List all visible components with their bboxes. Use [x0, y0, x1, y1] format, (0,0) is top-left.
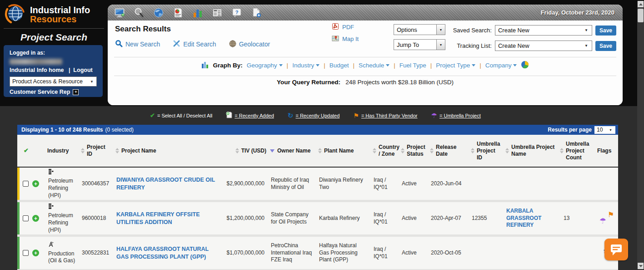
table-row: + Petroleum Refining (HPI) 96000018 KARB…: [17, 202, 618, 234]
options-value: Options: [394, 25, 436, 35]
owner-name-value: State Company for Oil Projects: [268, 211, 316, 225]
column-header-release-date[interactable]: Release Date: [428, 144, 469, 158]
report-icon[interactable]: [173, 7, 184, 18]
project-name-link[interactable]: KARBALA REFINERY OFFSITE UTILITIES ADDIT…: [116, 211, 215, 226]
sort-arrows-icon[interactable]: [318, 148, 322, 153]
pie-chart-icon[interactable]: [521, 61, 529, 70]
brand-name-line1: Industrial Info: [30, 5, 90, 15]
pdf-link[interactable]: PDF: [332, 23, 359, 31]
umbrella-name-link[interactable]: KARBALA GRASSROOT REFINERY: [506, 208, 541, 228]
brand-name-line2: Resources: [30, 15, 90, 24]
sort-arrows-icon[interactable]: [235, 148, 239, 153]
column-header-project-name[interactable]: Project Name: [114, 148, 218, 154]
sort-arrows-icon[interactable]: [81, 148, 85, 153]
product-access-value: Product Access & Resource: [10, 78, 90, 85]
sort-arrows-icon[interactable]: [401, 148, 404, 153]
row-checkbox[interactable]: [23, 250, 29, 256]
sort-arrows-icon[interactable]: [115, 148, 119, 153]
recently-added-icon: +: [32, 250, 39, 256]
options-dropdown[interactable]: Options ▼: [394, 24, 445, 35]
row-checkbox[interactable]: [23, 181, 29, 187]
scroll-up-button[interactable]: [638, 1, 644, 7]
column-header-industry[interactable]: Industry: [45, 148, 79, 154]
umbrella-project-icon: ☂: [599, 216, 606, 226]
tracking-list-label: Tracking List:: [452, 42, 492, 49]
select-all-header[interactable]: ✔: [17, 147, 45, 154]
column-header-tiv[interactable]: TIV (USD): [218, 148, 268, 154]
edit-search-link[interactable]: Edit Search: [173, 40, 216, 49]
vertical-scrollbar[interactable]: [637, 1, 644, 269]
save-tracking-button[interactable]: Save: [595, 41, 616, 51]
graph-link-geography[interactable]: Geography: [247, 62, 283, 69]
project-id-value: 96000018: [79, 215, 114, 222]
industry-value: Petroleum Refining (HPI): [48, 178, 76, 199]
saved-search-dropdown[interactable]: Create New ▼: [495, 25, 592, 36]
jump-to-dropdown[interactable]: Jump To ▼: [394, 39, 445, 50]
pipe-separator: |: [430, 62, 432, 69]
chevron-down-icon: ▼: [584, 28, 592, 32]
map-it-link[interactable]: Map It: [332, 35, 359, 43]
project-name-link[interactable]: DIWANIYA GRASSROOT CRUDE OIL REFINERY: [116, 176, 215, 191]
column-header-flags[interactable]: Flags: [595, 148, 618, 154]
bar-chart-icon[interactable]: [192, 7, 203, 18]
sort-arrows-icon[interactable]: [430, 148, 434, 153]
column-header-owner-name[interactable]: Owner Name: [268, 148, 316, 154]
scrollbar-thumb[interactable]: [638, 9, 644, 22]
chat-widget-button[interactable]: [604, 239, 628, 260]
graph-link-budget[interactable]: Budget: [329, 62, 349, 69]
graph-link-fuel-type[interactable]: Fuel Type: [399, 62, 426, 69]
project-status-value: Active: [399, 250, 428, 257]
project-status-value: Active: [399, 180, 428, 188]
pipe-separator: |: [394, 62, 395, 69]
sort-arrows-icon[interactable]: [505, 148, 509, 153]
graph-link-industry[interactable]: Industry: [292, 62, 320, 69]
column-header-plant-name[interactable]: Plant Name: [316, 148, 371, 154]
check-icon: ✔: [24, 147, 29, 154]
column-header-umbrella-project-count[interactable]: Umbrella Project Count: [558, 141, 595, 161]
search-icon[interactable]: [134, 7, 145, 18]
save-search-button[interactable]: Save: [595, 25, 616, 36]
recently-added-icon: +: [32, 215, 39, 222]
scroll-down-button[interactable]: [638, 263, 644, 269]
column-header-umbrella-project-id[interactable]: Umbrella Project ID: [469, 141, 504, 161]
query-label: Your Query Returned:: [277, 79, 340, 86]
chevron-down-icon: [513, 64, 517, 66]
sort-arrows-icon[interactable]: [471, 148, 474, 153]
table-row: + Production (Oil & Gas) 300522831 HALFA…: [17, 237, 618, 269]
new-search-link[interactable]: New Search: [115, 40, 160, 49]
column-header-project-status[interactable]: Project Status: [399, 144, 428, 158]
row-checkbox[interactable]: [23, 215, 29, 221]
monitor-icon[interactable]: [114, 7, 125, 18]
link-separator: [65, 67, 69, 73]
product-access-dropdown[interactable]: Product Access & Resource ▼: [10, 76, 97, 87]
graph-link-project-type[interactable]: Project Type: [436, 62, 475, 69]
logout-link[interactable]: Logout: [73, 67, 92, 73]
tracking-list-dropdown[interactable]: Create New ▼: [495, 41, 592, 51]
panel-body: Search Results New Search Edit Search Ge…: [108, 20, 623, 105]
expand-role-button[interactable]: +: [73, 89, 79, 95]
legend-third-party-vendor[interactable]: ⚑ = Has Third Party Vendor: [353, 112, 417, 119]
graph-by-label: Graph By:: [213, 62, 243, 69]
sort-arrows-icon[interactable]: [373, 148, 376, 153]
column-header-country-zone[interactable]: Country / Zone: [371, 144, 399, 158]
graph-link-schedule[interactable]: Schedule: [359, 62, 389, 69]
column-header-umbrella-project-name[interactable]: Umbrella Project Name: [504, 144, 558, 158]
help-icon[interactable]: ?: [231, 7, 242, 18]
geolocator-link[interactable]: Geolocator: [229, 40, 270, 49]
legend-umbrella-project[interactable]: ☂ = Umbrella Project: [431, 112, 481, 119]
results-summary: Displaying 1 - 10 of 248 Results: [21, 127, 103, 133]
column-header-project-id[interactable]: Project ID: [79, 144, 114, 158]
project-name-link[interactable]: HALFAYA GRASSROOT NATURAL GAS PROCESSING…: [116, 245, 215, 260]
legend-recently-updated[interactable]: ↻ = Recently Updated: [288, 112, 340, 119]
add-page-icon[interactable]: [251, 7, 262, 18]
news-icon[interactable]: [212, 7, 223, 18]
query-value: 248 Projects worth $28.18 Billion (USD): [345, 79, 454, 86]
graph-link-company[interactable]: Company: [485, 62, 517, 69]
results-per-page-dropdown[interactable]: 10 ▼: [594, 126, 615, 134]
industrial-info-home-link[interactable]: Industrial Info home: [10, 67, 64, 73]
sort-arrows-icon[interactable]: [560, 148, 564, 153]
globe-icon[interactable]: [153, 7, 164, 18]
search-results-title: Search Results: [115, 25, 171, 34]
legend-recently-added[interactable]: = Recently Added: [226, 112, 274, 119]
results-table: Displaying 1 - 10 of 248 Results (0 sele…: [17, 125, 618, 270]
